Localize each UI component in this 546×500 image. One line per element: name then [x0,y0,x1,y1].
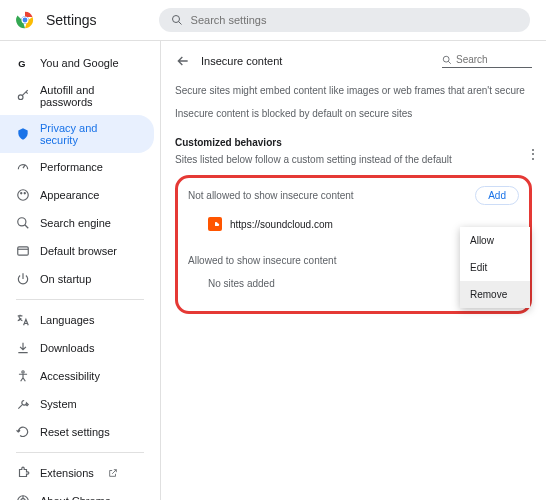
divider [16,452,144,453]
accessibility-icon [16,369,30,383]
page-header: Insecure content [175,49,532,73]
palette-icon [16,188,30,202]
menu-edit[interactable]: Edit [460,254,530,281]
sidebar-label: Reset settings [40,426,110,438]
sidebar-label: Performance [40,161,103,173]
speedometer-icon [16,160,30,174]
svg-text:G: G [18,59,25,69]
svg-point-8 [18,190,29,201]
svg-point-10 [24,193,25,194]
svg-line-23 [448,61,451,64]
search-icon [442,55,452,65]
sidebar-label: Search engine [40,217,111,229]
svg-point-11 [18,218,26,226]
not-allowed-row: Not allowed to show insecure content Add [188,186,519,205]
sidebar-label: Languages [40,314,94,326]
sidebar-item-search-engine[interactable]: Search engine [0,209,154,237]
global-search-input[interactable] [191,14,518,26]
google-g-icon: G [16,56,30,70]
sidebar-item-extensions[interactable]: Extensions [0,459,154,487]
sidebar-item-you-and-google[interactable]: G You and Google [0,49,154,77]
wrench-icon [16,397,30,411]
more-actions-icon[interactable]: ⋮ [526,146,540,162]
sidebar-item-startup[interactable]: On startup [0,265,154,293]
global-search[interactable] [159,8,530,32]
sidebar-item-downloads[interactable]: Downloads [0,334,154,362]
description-line-2: Insecure content is blocked by default o… [175,106,532,121]
main-content: Insecure content Secure sites might embe… [160,41,546,500]
app-header: Settings [0,0,546,41]
sidebar: G You and Google Autofill and passwords … [0,41,160,500]
sidebar-label: System [40,398,77,410]
sidebar-item-languages[interactable]: Languages [0,306,154,334]
page-search[interactable] [442,54,532,68]
back-arrow-icon[interactable] [175,53,191,69]
menu-allow[interactable]: Allow [460,227,530,254]
search-icon [171,14,183,26]
sidebar-label: About Chrome [40,495,111,500]
divider [16,299,144,300]
puzzle-icon [16,466,30,480]
power-icon [16,272,30,286]
site-url: https://soundcloud.com [230,219,333,230]
add-button[interactable]: Add [475,186,519,205]
allowed-label: Allowed to show insecure content [188,255,336,266]
sidebar-label: On startup [40,273,91,285]
svg-point-9 [21,193,22,194]
header-title: Settings [46,12,97,28]
chrome-logo-icon [16,11,34,29]
sidebar-label: Default browser [40,245,117,257]
sidebar-item-autofill[interactable]: Autofill and passwords [0,77,154,115]
svg-line-12 [25,225,29,229]
sidebar-label: Accessibility [40,370,100,382]
reset-icon [16,425,30,439]
sidebar-item-performance[interactable]: Performance [0,153,154,181]
sidebar-item-default-browser[interactable]: Default browser [0,237,154,265]
svg-point-22 [443,56,449,62]
shield-icon [16,127,30,141]
not-allowed-label: Not allowed to show insecure content [188,190,354,201]
description-line-1: Secure sites might embed content like im… [175,83,532,98]
translate-icon [16,313,30,327]
custom-behaviors-heading: Customized behaviors [175,137,532,148]
sidebar-label: Privacy and security [40,122,138,146]
sidebar-item-accessibility[interactable]: Accessibility [0,362,154,390]
svg-line-4 [178,22,181,25]
page-search-input[interactable] [456,54,532,65]
sidebar-label: You and Google [40,57,119,69]
soundcloud-icon [208,217,222,231]
sidebar-item-system[interactable]: System [0,390,154,418]
external-link-icon [108,468,118,478]
sidebar-item-appearance[interactable]: Appearance [0,181,154,209]
sidebar-item-reset[interactable]: Reset settings [0,418,154,446]
svg-point-2 [22,17,28,23]
chrome-outline-icon [16,494,30,500]
sidebar-label: Appearance [40,189,99,201]
svg-point-6 [18,95,23,100]
sidebar-label: Extensions [40,467,94,479]
svg-point-16 [22,371,24,373]
sidebar-item-privacy[interactable]: Privacy and security [0,115,154,153]
sidebar-item-about[interactable]: About Chrome [0,487,154,500]
svg-point-3 [172,16,179,23]
svg-rect-13 [18,247,29,255]
context-menu: Allow Edit Remove [460,227,530,308]
menu-remove[interactable]: Remove [460,281,530,308]
custom-behaviors-sub: Sites listed below follow a custom setti… [175,152,532,167]
key-icon [16,89,30,103]
browser-icon [16,244,30,258]
download-icon [16,341,30,355]
search-icon [16,216,30,230]
sidebar-label: Downloads [40,342,94,354]
page-title: Insecure content [201,55,442,67]
sidebar-label: Autofill and passwords [40,84,138,108]
